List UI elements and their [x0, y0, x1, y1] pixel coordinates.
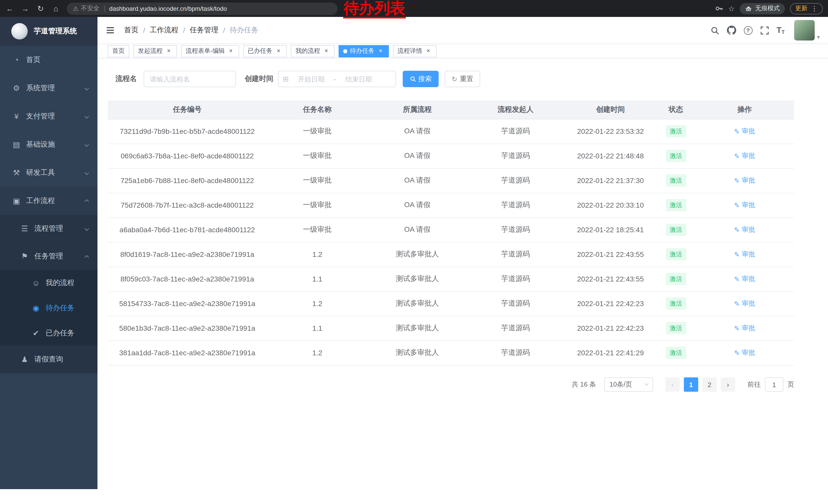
next-page-button[interactable]: ›: [721, 377, 735, 392]
status-badge: 激活: [666, 273, 686, 285]
approve-link[interactable]: ✎审批: [734, 176, 755, 185]
tab-my-process[interactable]: 我的流程×: [291, 45, 334, 57]
tab-done-task[interactable]: 已办任务×: [243, 45, 287, 57]
sidebar-collapse-button[interactable]: [106, 26, 115, 35]
breadcrumb-item[interactable]: 首页: [124, 26, 138, 35]
update-chip[interactable]: 更新 ⋮: [790, 3, 823, 14]
address-bar[interactable]: ⚠ 不安全 dashboard.yudao.iocoder.cn/bpm/tas…: [67, 2, 338, 15]
help-icon[interactable]: ?: [744, 26, 752, 35]
app-logo[interactable]: 芋道管理系统: [0, 17, 97, 46]
sidebar-item-devtools[interactable]: ⚒研发工具: [0, 158, 97, 187]
browser-toolbar: ← → ↻ ⌂ ⚠ 不安全 dashboard.yudao.iocoder.cn…: [0, 0, 828, 17]
calendar-icon: ⊞: [283, 75, 289, 83]
security-label[interactable]: 不安全: [81, 4, 99, 13]
tab-close-icon[interactable]: ×: [275, 47, 282, 55]
cell-created: 2022-01-22 18:25:41: [564, 217, 657, 242]
user-menu[interactable]: ▾: [794, 20, 820, 41]
sidebar-item-home[interactable]: ◔首页: [0, 46, 97, 74]
start-date-input[interactable]: [290, 75, 333, 83]
tab-close-icon[interactable]: ×: [165, 47, 172, 55]
breadcrumb-item[interactable]: 工作流程: [150, 26, 178, 35]
end-date-input[interactable]: [337, 75, 380, 83]
reload-button[interactable]: ↻: [33, 4, 48, 13]
table-row: a6aba0a4-7b6d-11ec-b781-acde48001122一级审批…: [108, 217, 794, 242]
sidebar: 芋道管理系统 ◔首页⚙系统管理¥支付管理▤基础设施⚒研发工具▣工作流程☰流程管理…: [0, 17, 97, 489]
page-size-select[interactable]: 10条/页: [604, 377, 653, 392]
edit-icon: ✎: [734, 349, 740, 357]
approve-link[interactable]: ✎审批: [734, 250, 755, 259]
sidebar-item-infra[interactable]: ▤基础设施: [0, 130, 97, 158]
fontsize-icon[interactable]: T T: [777, 26, 785, 35]
search-icon[interactable]: [710, 26, 719, 35]
tab-todo-task[interactable]: 待办任务×: [339, 45, 389, 57]
cell-process: 测试多审批人: [368, 267, 467, 291]
cell-process: 测试多审批人: [368, 340, 467, 365]
pagination-total: 共 16 条: [572, 380, 596, 389]
approve-link[interactable]: ✎审批: [734, 151, 755, 161]
sidebar-item-task-mgmt[interactable]: ⚑任务管理: [0, 242, 97, 270]
browser-menu-icon[interactable]: ⋮: [811, 5, 818, 12]
sidebar-item-label: 待办任务: [46, 303, 74, 313]
status-badge: 激活: [666, 224, 686, 236]
tab-close-icon[interactable]: ×: [377, 47, 384, 55]
cell-status: 激活: [657, 144, 695, 168]
reset-button[interactable]: ↻ 重置: [445, 71, 480, 87]
date-range-picker[interactable]: ⊞ -: [278, 71, 396, 87]
tab-form-edit[interactable]: 流程表单-编辑×: [181, 45, 239, 57]
cell-task-name: 1.2: [267, 340, 368, 365]
back-button[interactable]: ←: [2, 4, 17, 13]
process-name-label: 流程名: [115, 74, 137, 84]
page-header: 首页/工作流程/任务管理/待办任务 ? T T ▾: [97, 17, 828, 44]
forward-button[interactable]: →: [17, 4, 33, 13]
fullscreen-icon[interactable]: [760, 26, 769, 35]
tab-close-icon[interactable]: ×: [227, 47, 235, 55]
tab-home[interactable]: 首页: [108, 45, 129, 57]
sidebar-item-payment[interactable]: ¥支付管理: [0, 102, 97, 130]
sidebar-item-my-process[interactable]: ☺我的流程: [0, 270, 97, 295]
edit-icon: ✎: [734, 250, 740, 258]
sidebar-item-workflow[interactable]: ▣工作流程: [0, 187, 97, 215]
approve-link[interactable]: ✎审批: [734, 348, 755, 357]
tab-initiate[interactable]: 发起流程×: [133, 45, 177, 57]
search-button[interactable]: 搜索: [403, 71, 439, 87]
bookmark-star-icon[interactable]: ☆: [728, 4, 735, 12]
approve-link[interactable]: ✎审批: [734, 225, 755, 234]
tabs-bar: 首页发起流程×流程表单-编辑×已办任务×我的流程×待办任务×流程详情×: [97, 44, 828, 58]
approve-link[interactable]: ✎审批: [734, 127, 755, 136]
home-button[interactable]: ⌂: [48, 4, 64, 13]
table-row: 725a1eb6-7b88-11ec-8ef0-acde48001122一级审批…: [108, 168, 794, 193]
status-badge: 激活: [666, 199, 686, 211]
sidebar-item-done-task[interactable]: ✔已办任务: [0, 320, 97, 346]
prev-page-button[interactable]: ‹: [665, 377, 680, 392]
process-name-input[interactable]: [143, 71, 236, 87]
breadcrumb-item[interactable]: 任务管理: [190, 26, 218, 35]
approve-link[interactable]: ✎审批: [734, 299, 755, 308]
fontsize-large: T: [777, 26, 782, 35]
approve-label: 审批: [742, 200, 755, 210]
sidebar-item-process-mgmt[interactable]: ☰流程管理: [0, 215, 97, 242]
yen-icon: ¥: [11, 112, 22, 121]
approve-link[interactable]: ✎审批: [734, 200, 755, 210]
approve-label: 审批: [742, 348, 755, 357]
sidebar-item-system[interactable]: ⚙系统管理: [0, 74, 97, 102]
cell-task-name: 1.1: [267, 267, 368, 291]
chevron-up-icon: [85, 199, 89, 204]
password-key-icon[interactable]: [715, 5, 723, 12]
approve-link[interactable]: ✎审批: [734, 274, 755, 283]
page-button-2[interactable]: 2: [702, 377, 717, 392]
update-label: 更新: [795, 4, 808, 13]
sidebar-item-todo-task[interactable]: ◉待办任务: [0, 295, 97, 320]
tab-close-icon[interactable]: ×: [425, 47, 432, 55]
page-button-1[interactable]: 1: [684, 377, 698, 392]
github-icon[interactable]: [727, 26, 736, 35]
tab-close-icon[interactable]: ×: [323, 47, 330, 55]
sidebar-item-label: 支付管理: [26, 111, 55, 121]
cell-task-id: 725a1eb6-7b88-11ec-8ef0-acde48001122: [108, 168, 267, 193]
sidebar-item-leave-query[interactable]: ♟请假查询: [0, 346, 97, 373]
incognito-badge[interactable]: 无痕模式: [740, 3, 785, 14]
pager: 12: [684, 377, 717, 392]
approve-link[interactable]: ✎审批: [734, 324, 755, 333]
table-row: 580e1b3d-7ac8-11ec-a9e2-a2380e71991a1.1测…: [108, 316, 794, 340]
goto-page-input[interactable]: [765, 377, 783, 392]
tab-process-detail[interactable]: 流程详情×: [393, 45, 437, 57]
